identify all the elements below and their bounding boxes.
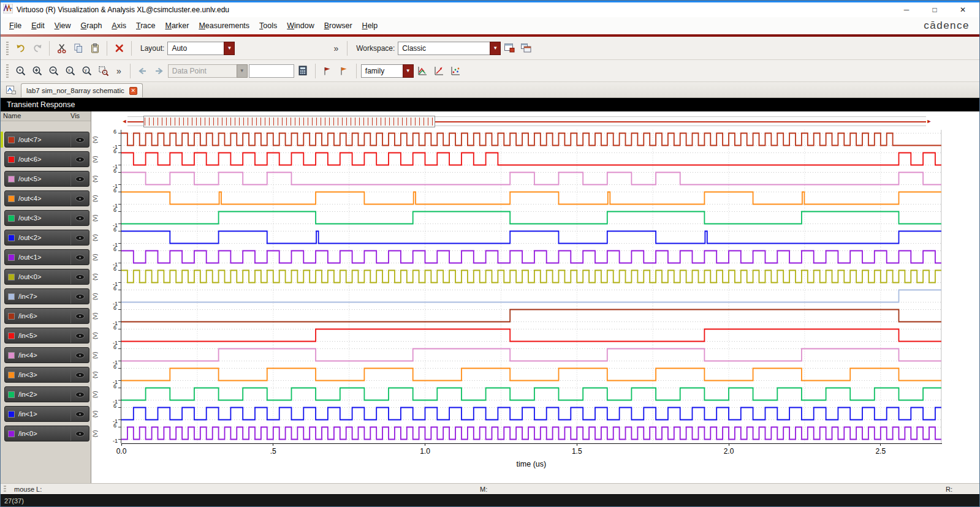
visibility-eye-icon[interactable] <box>75 392 85 397</box>
menu-graph[interactable]: Graph <box>76 20 107 32</box>
marker-flag-b-icon[interactable] <box>336 63 352 79</box>
signal-button-out7[interactable]: /out<7> <box>4 132 89 148</box>
signal-button-out1[interactable]: /out<1> <box>4 249 89 265</box>
toolbar-grip[interactable] <box>6 42 9 55</box>
visibility-eye-icon[interactable] <box>75 411 85 417</box>
signal-button-in2[interactable]: /in<2> <box>4 386 89 402</box>
pan-thumb[interactable] <box>143 116 435 127</box>
visibility-eye-icon[interactable] <box>75 431 85 437</box>
tab-close-icon[interactable]: ✕ <box>129 87 137 95</box>
waveform-canvas-in1[interactable] <box>121 404 979 424</box>
menu-trace[interactable]: Trace <box>131 20 161 32</box>
waveform-canvas-out3[interactable] <box>121 208 979 228</box>
signal-button-in0[interactable]: /in<0> <box>4 426 89 441</box>
calculator-icon[interactable] <box>295 63 311 79</box>
waveform-canvas-out5[interactable] <box>121 169 979 189</box>
overlay-chart-icon[interactable] <box>431 63 447 79</box>
zoom-area-icon[interactable] <box>96 63 111 79</box>
visibility-eye-icon[interactable] <box>75 216 85 221</box>
signal-button-in5[interactable]: /in<5> <box>4 328 89 344</box>
signal-button-in1[interactable]: /in<1> <box>4 406 89 422</box>
waveform-canvas-in3[interactable] <box>121 365 979 385</box>
dropdown-arrow-icon[interactable]: ▼ <box>403 64 414 78</box>
menu-browser[interactable]: Browser <box>319 20 357 32</box>
menu-marker[interactable]: Marker <box>160 20 194 32</box>
waveform-canvas-in7[interactable] <box>121 287 979 306</box>
close-button[interactable]: ✕ <box>949 3 977 17</box>
waveform-canvas-out2[interactable] <box>121 228 979 247</box>
datapoint-combo-value[interactable]: Data Point <box>168 64 237 78</box>
visibility-eye-icon[interactable] <box>75 274 85 280</box>
visibility-eye-icon[interactable] <box>75 157 85 162</box>
pan-left-icon[interactable]: ◄ <box>121 118 127 124</box>
waveform-canvas-in2[interactable] <box>121 385 979 404</box>
manage-workspaces-icon[interactable] <box>518 40 534 56</box>
menu-edit[interactable]: Edit <box>26 20 50 32</box>
pan-track[interactable] <box>127 116 926 126</box>
waveform-canvas-out6[interactable] <box>121 149 979 169</box>
undo-icon[interactable] <box>13 40 28 56</box>
visibility-eye-icon[interactable] <box>75 235 85 241</box>
menu-file[interactable]: File <box>4 20 26 32</box>
signal-button-out0[interactable]: /out<0> <box>4 269 89 285</box>
signal-button-out4[interactable]: /out<4> <box>4 190 89 206</box>
tab-sim-nor-8array[interactable]: lab7 sim_nor_8array schematic ✕ <box>21 83 143 97</box>
waveform-canvas-in6[interactable] <box>121 306 979 326</box>
menu-view[interactable]: View <box>50 20 76 32</box>
toolbar-overflow-chevron[interactable]: » <box>116 66 121 76</box>
pan-right-icon[interactable]: ► <box>926 118 932 124</box>
minimize-button[interactable]: ─ <box>892 3 921 17</box>
menu-help[interactable]: Help <box>357 20 383 32</box>
cut-icon[interactable] <box>54 40 69 56</box>
signal-button-in6[interactable]: /in<6> <box>4 308 89 324</box>
scatter-chart-icon[interactable] <box>448 63 463 79</box>
next-view-icon[interactable] <box>151 63 167 79</box>
signal-button-out3[interactable]: /out<3> <box>4 210 89 226</box>
signal-button-in7[interactable]: /in<7> <box>4 288 89 304</box>
visibility-eye-icon[interactable] <box>75 294 85 299</box>
waveform-canvas-out0[interactable] <box>121 267 979 287</box>
delete-icon[interactable] <box>112 40 127 56</box>
signal-button-in4[interactable]: /in<4> <box>4 347 89 363</box>
waveform-canvas-in4[interactable] <box>121 345 979 365</box>
menu-tools[interactable]: Tools <box>254 20 282 32</box>
layout-combo-value[interactable]: Auto <box>167 42 224 55</box>
visibility-eye-icon[interactable] <box>75 176 85 182</box>
graph-tab-icon[interactable] <box>4 84 18 96</box>
signal-button-out5[interactable]: /out<5> <box>4 171 89 187</box>
waveform-canvas-in0[interactable] <box>121 424 979 443</box>
visibility-eye-icon[interactable] <box>75 372 85 378</box>
dropdown-arrow-icon[interactable]: ▼ <box>490 42 501 55</box>
strip-chart-icon[interactable] <box>415 63 430 79</box>
zoom-out-icon[interactable] <box>46 63 61 79</box>
redo-icon[interactable] <box>29 40 45 56</box>
paste-icon[interactable] <box>87 40 102 56</box>
zoom-in-icon[interactable] <box>29 63 45 79</box>
toolbar-grip[interactable] <box>6 64 9 78</box>
signal-button-in3[interactable]: /in<3> <box>4 367 89 383</box>
visibility-eye-icon[interactable] <box>75 353 85 358</box>
coordinate-field[interactable] <box>249 64 294 78</box>
waveform-canvas-out7[interactable] <box>121 130 979 149</box>
menu-axis[interactable]: Axis <box>107 20 131 32</box>
family-combo-value[interactable]: family <box>361 64 403 78</box>
previous-view-icon[interactable] <box>135 63 150 79</box>
copy-icon[interactable] <box>70 40 86 56</box>
save-workspace-icon[interactable] <box>502 40 517 56</box>
menu-measurements[interactable]: Measurements <box>194 20 254 32</box>
visibility-eye-icon[interactable] <box>75 137 85 143</box>
signal-button-out6[interactable]: /out<6> <box>4 151 89 167</box>
toolbar-overflow-chevron[interactable]: » <box>333 43 338 53</box>
dropdown-arrow-icon[interactable]: ▼ <box>224 42 235 55</box>
zoom-y-icon[interactable]: y <box>79 63 94 79</box>
dropdown-arrow-icon[interactable]: ▼ <box>237 64 248 78</box>
signal-button-out2[interactable]: /out<2> <box>4 230 89 246</box>
workspace-combo-value[interactable]: Classic <box>398 42 490 55</box>
marker-flag-icon[interactable] <box>320 63 335 79</box>
maximize-button[interactable]: □ <box>921 3 949 17</box>
waveform-canvas-out4[interactable] <box>121 189 979 208</box>
zoom-fit-icon[interactable] <box>13 63 28 79</box>
visibility-eye-icon[interactable] <box>75 196 85 201</box>
visibility-eye-icon[interactable] <box>75 255 85 260</box>
waveform-canvas-in5[interactable] <box>121 326 979 345</box>
